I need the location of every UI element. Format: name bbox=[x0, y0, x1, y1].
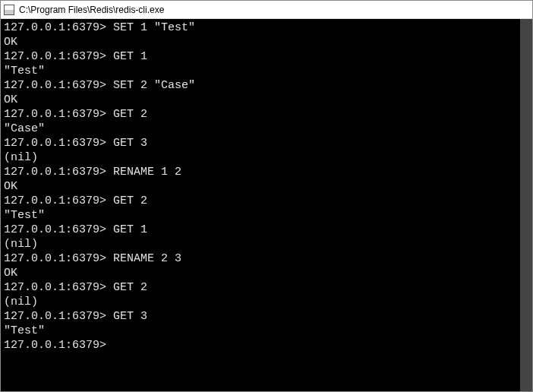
terminal-command-line: 127.0.0.1:6379> SET 2 "Case" bbox=[4, 78, 517, 93]
terminal-command-line: 127.0.0.1:6379> GET 1 bbox=[4, 49, 517, 64]
app-icon bbox=[4, 5, 14, 15]
terminal-output-line: OK bbox=[4, 93, 517, 107]
terminal-output[interactable]: 127.0.0.1:6379> SET 1 "Test"OK127.0.0.1:… bbox=[1, 19, 532, 391]
titlebar[interactable]: C:\Program Files\Redis\redis-cli.exe bbox=[1, 1, 532, 19]
terminal-output-line: OK bbox=[4, 266, 517, 280]
terminal-output-line: "Case" bbox=[4, 122, 517, 136]
terminal-command-line: 127.0.0.1:6379> GET 3 bbox=[4, 309, 517, 324]
terminal-command-line: 127.0.0.1:6379> SET 1 "Test" bbox=[4, 21, 517, 35]
terminal-output-line: (nil) bbox=[4, 295, 517, 309]
terminal-command-line: 127.0.0.1:6379> RENAME 1 2 bbox=[4, 165, 517, 179]
window: C:\Program Files\Redis\redis-cli.exe 127… bbox=[0, 0, 533, 392]
terminal-output-line: (nil) bbox=[4, 237, 517, 251]
terminal-command-line: 127.0.0.1:6379> GET 1 bbox=[4, 223, 517, 237]
terminal-command-line: 127.0.0.1:6379> GET 2 bbox=[4, 194, 517, 208]
terminal-command-line: 127.0.0.1:6379> GET 2 bbox=[4, 107, 517, 122]
terminal-output-line: OK bbox=[4, 179, 517, 194]
terminal-output-line: OK bbox=[4, 35, 517, 49]
terminal-command-line: 127.0.0.1:6379> RENAME 2 3 bbox=[4, 251, 517, 266]
terminal-command-line: 127.0.0.1:6379> GET 3 bbox=[4, 136, 517, 150]
terminal-output-line: "Test" bbox=[4, 208, 517, 223]
terminal-output-line: "Test" bbox=[4, 64, 517, 78]
window-title: C:\Program Files\Redis\redis-cli.exe bbox=[19, 5, 164, 15]
terminal-command-line: 127.0.0.1:6379> GET 2 bbox=[4, 280, 517, 295]
terminal-output-line: (nil) bbox=[4, 150, 517, 165]
terminal-command-line: 127.0.0.1:6379> bbox=[4, 338, 517, 352]
terminal-output-line: "Test" bbox=[4, 324, 517, 338]
